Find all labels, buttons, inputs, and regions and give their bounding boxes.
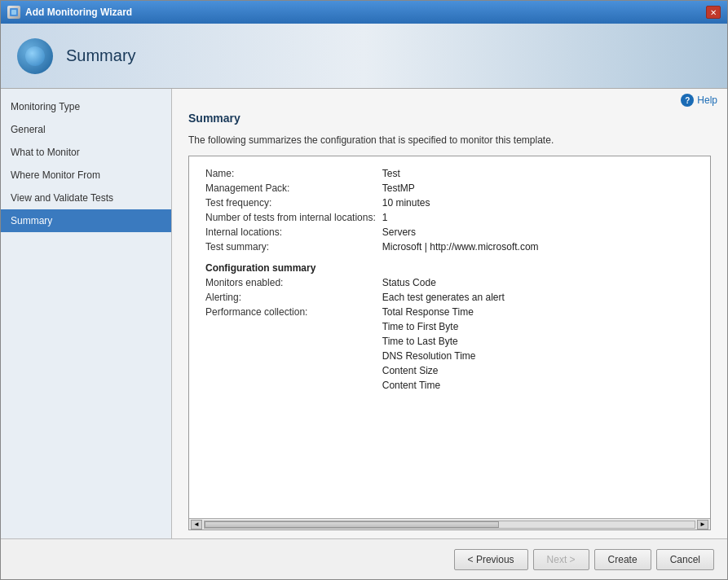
summary-table: Name:TestManagement Pack:TestMPTest freq…: [202, 166, 697, 393]
sidebar-item-monitoring-type[interactable]: Monitoring Type: [1, 95, 171, 118]
summary-label: [202, 349, 379, 363]
summary-value: DNS Resolution Time: [379, 349, 697, 363]
sidebar-item-where-monitor-from[interactable]: Where Monitor From: [1, 164, 171, 187]
table-row: Name:Test: [202, 166, 697, 181]
next-button[interactable]: Next >: [533, 549, 589, 570]
table-row: Time to First Byte: [202, 319, 697, 334]
scroll-thumb[interactable]: [205, 521, 499, 528]
summary-value: 10 minutes: [379, 196, 697, 210]
summary-label: Performance collection:: [202, 305, 379, 319]
sidebar-item-summary[interactable]: Summary: [1, 209, 171, 232]
close-button[interactable]: ✕: [706, 6, 721, 19]
table-row: Configuration summary: [202, 254, 697, 275]
main-panel: ? Help Summary The following summarizes …: [172, 89, 727, 538]
header-icon: [17, 38, 53, 74]
summary-label: Name:: [202, 166, 379, 181]
summary-value: 1: [379, 210, 697, 225]
header-title: Summary: [66, 46, 136, 65]
summary-value: Time to First Byte: [379, 319, 697, 334]
table-row: DNS Resolution Time: [202, 349, 697, 363]
sidebar-item-view-validate[interactable]: View and Validate Tests: [1, 187, 171, 209]
summary-label: [202, 378, 379, 393]
summary-value: Servers: [379, 225, 697, 239]
footer: < Previous Next > Create Cancel: [1, 538, 727, 579]
summary-value: Microsoft | http://www.microsoft.com: [379, 239, 697, 254]
table-row: Content Size: [202, 363, 697, 378]
summary-label: Internal locations:: [202, 225, 379, 239]
table-row: Management Pack:TestMP: [202, 181, 697, 196]
summary-value: Content Time: [379, 378, 697, 393]
summary-label: Number of tests from internal locations:: [202, 210, 379, 225]
title-bar-buttons: ✕: [706, 6, 721, 19]
previous-button[interactable]: < Previous: [454, 549, 528, 570]
summary-value: Test: [379, 166, 697, 181]
summary-label: [202, 334, 379, 349]
help-link[interactable]: ? Help: [681, 94, 717, 107]
help-icon: ?: [681, 94, 694, 107]
summary-label: Test frequency:: [202, 196, 379, 210]
window-icon: [7, 6, 20, 19]
table-row: Internal locations:Servers: [202, 225, 697, 239]
svg-rect-1: [11, 10, 16, 15]
header-banner: Summary: [1, 24, 727, 89]
scroll-track[interactable]: [204, 521, 695, 529]
summary-box: Name:TestManagement Pack:TestMPTest freq…: [188, 156, 711, 530]
panel-content: Summary The following summarizes the con…: [172, 112, 727, 538]
table-row: Performance collection:Total Response Ti…: [202, 305, 697, 319]
header-icon-inner: [25, 46, 45, 66]
wizard-window: Add Monitoring Wizard ✕ Summary Monitori…: [0, 0, 728, 580]
summary-value: Time to Last Byte: [379, 334, 697, 349]
table-row: Number of tests from internal locations:…: [202, 210, 697, 225]
table-row: Test summary:Microsoft | http://www.micr…: [202, 239, 697, 254]
summary-value: TestMP: [379, 181, 697, 196]
table-row: Test frequency:10 minutes: [202, 196, 697, 210]
section-title: Summary: [188, 112, 711, 128]
cancel-button[interactable]: Cancel: [656, 549, 714, 570]
table-row: Time to Last Byte: [202, 334, 697, 349]
sidebar-item-what-to-monitor[interactable]: What to Monitor: [1, 141, 171, 164]
summary-section-header: Configuration summary: [202, 254, 697, 275]
sidebar-item-general[interactable]: General: [1, 118, 171, 141]
title-bar-left: Add Monitoring Wizard: [7, 6, 132, 19]
description-text: The following summarizes the configurati…: [188, 134, 711, 146]
create-button[interactable]: Create: [594, 549, 651, 570]
table-row: Content Time: [202, 378, 697, 393]
summary-value: Content Size: [379, 363, 697, 378]
help-label: Help: [697, 94, 717, 106]
table-row: Monitors enabled:Status Code: [202, 275, 697, 290]
window-title: Add Monitoring Wizard: [25, 7, 132, 18]
table-row: Alerting:Each test generates an alert: [202, 290, 697, 305]
summary-value: Status Code: [379, 275, 697, 290]
horizontal-scrollbar: ◄ ►: [189, 518, 710, 529]
help-bar: ? Help: [172, 89, 727, 112]
summary-label: Test summary:: [202, 239, 379, 254]
title-bar: Add Monitoring Wizard ✕: [1, 1, 727, 24]
content-area: Monitoring Type General What to Monitor …: [1, 89, 727, 538]
summary-scroll-area[interactable]: Name:TestManagement Pack:TestMPTest freq…: [189, 156, 710, 518]
summary-label: [202, 363, 379, 378]
summary-value: Total Response Time: [379, 305, 697, 319]
summary-label: Management Pack:: [202, 181, 379, 196]
sidebar: Monitoring Type General What to Monitor …: [1, 89, 172, 538]
summary-label: [202, 319, 379, 334]
scroll-right-arrow[interactable]: ►: [697, 520, 708, 529]
summary-label: Alerting:: [202, 290, 379, 305]
summary-value: Each test generates an alert: [379, 290, 697, 305]
scroll-left-arrow[interactable]: ◄: [191, 520, 202, 529]
summary-label: Monitors enabled:: [202, 275, 379, 290]
